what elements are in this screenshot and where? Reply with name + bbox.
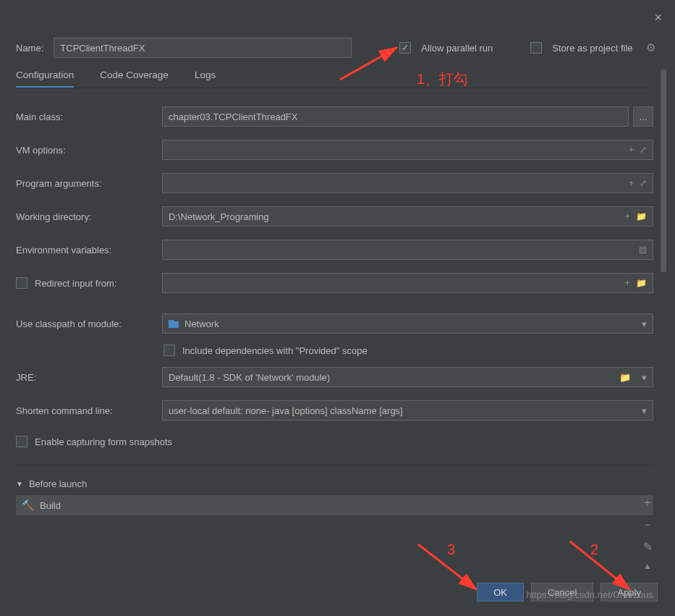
tab-code-coverage[interactable]: Code Coverage [100, 69, 169, 88]
scrollbar-thumb[interactable] [661, 69, 666, 272]
redirect-field[interactable]: +📁 [162, 273, 653, 293]
main-class-value: chapter03.TCPClientThreadFX [169, 111, 297, 122]
build-label: Build [40, 500, 61, 511]
annotation-1-text: 1、打勾 [417, 69, 468, 89]
vm-options-label: VM options: [16, 145, 162, 156]
gear-icon[interactable]: ⚙ [646, 41, 655, 54]
enable-capture-label: Enable capturing form snapshots [35, 436, 172, 447]
include-deps-label: Include dependencies with "Provided" sco… [182, 345, 368, 356]
classpath-label: Use classpath of module: [16, 318, 162, 329]
program-args-label: Program arguments: [16, 178, 162, 189]
name-field[interactable] [54, 38, 352, 58]
annotation-2-text: 2 [590, 541, 598, 558]
redirect-checkbox[interactable] [16, 277, 27, 289]
divider [16, 465, 653, 465]
build-task-row[interactable]: 🔨 Build [16, 495, 653, 515]
watermark: https://blog.csdn.net/Charzous [526, 589, 653, 600]
tab-logs[interactable]: Logs [195, 69, 216, 88]
tab-configuration[interactable]: Configuration [16, 69, 74, 88]
store-project-label: Store as project file [552, 43, 632, 54]
scrollbar[interactable] [661, 69, 666, 573]
folder-icon[interactable]: 📁 [619, 372, 631, 383]
tab-underline [16, 88, 653, 88]
store-project-checkbox[interactable] [530, 42, 542, 54]
enable-capture-checkbox[interactable] [16, 436, 27, 447]
allow-parallel-checkbox[interactable]: ✓ [399, 42, 411, 54]
jre-value: Default [169, 372, 198, 383]
shorten-select[interactable]: user-local default: none - java [options… [162, 400, 653, 421]
main-class-field[interactable]: chapter03.TCPClientThreadFX [162, 106, 629, 127]
env-vars-field[interactable]: ▤ [162, 240, 653, 260]
name-label: Name: [16, 43, 43, 54]
main-class-browse-button[interactable]: ... [633, 106, 653, 127]
chevron-down-icon: ▼ [16, 480, 23, 488]
shorten-label: Shorten command line: [16, 405, 162, 416]
plus-icon[interactable]: + [629, 178, 634, 188]
expand-icon[interactable]: ⤢ [640, 178, 647, 188]
plus-icon[interactable]: + [625, 211, 630, 221]
expand-icon[interactable]: ⤢ [640, 145, 647, 155]
shorten-hint: - java [options] className [args] [266, 405, 403, 416]
redirect-label: Redirect input from: [35, 278, 116, 289]
allow-parallel-label: Allow parallel run [421, 43, 493, 54]
folder-icon[interactable]: 📁 [636, 211, 647, 221]
remove-icon[interactable]: － [642, 518, 653, 533]
working-dir-field[interactable]: D:\Network_Programing +📁 [162, 206, 653, 227]
classpath-select[interactable]: Network [162, 313, 653, 334]
plus-icon[interactable]: + [629, 145, 634, 155]
vm-options-field[interactable]: +⤢ [162, 140, 653, 160]
jre-label: JRE: [16, 372, 162, 383]
module-icon [169, 320, 179, 328]
jre-hint: (1.8 - SDK of 'Network' module) [198, 372, 330, 383]
program-args-field[interactable]: +⤢ [162, 173, 653, 193]
list-icon[interactable]: ▤ [639, 245, 647, 255]
up-icon[interactable]: ▲ [643, 561, 652, 571]
working-dir-label: Working directory: [16, 211, 162, 222]
close-icon[interactable]: × [654, 10, 662, 25]
add-icon[interactable]: ＋ [642, 495, 653, 510]
shorten-value: user-local default: none [169, 405, 266, 416]
include-deps-checkbox[interactable] [164, 345, 175, 356]
folder-icon[interactable]: 📁 [636, 278, 647, 288]
main-class-label: Main class: [16, 111, 162, 122]
plus-icon[interactable]: + [625, 278, 630, 288]
before-launch-toggle[interactable]: ▼ Before launch [16, 478, 653, 489]
edit-icon[interactable]: ✎ [643, 540, 653, 554]
env-vars-label: Environment variables: [16, 245, 162, 256]
ok-button[interactable]: OK [477, 583, 524, 602]
jre-select[interactable]: Default (1.8 - SDK of 'Network' module) … [162, 367, 653, 387]
before-launch-label: Before launch [29, 478, 87, 489]
working-dir-value: D:\Network_Programing [169, 211, 269, 222]
classpath-value: Network [184, 318, 219, 329]
annotation-3-text: 3 [447, 541, 455, 558]
hammer-icon: 🔨 [22, 499, 34, 511]
